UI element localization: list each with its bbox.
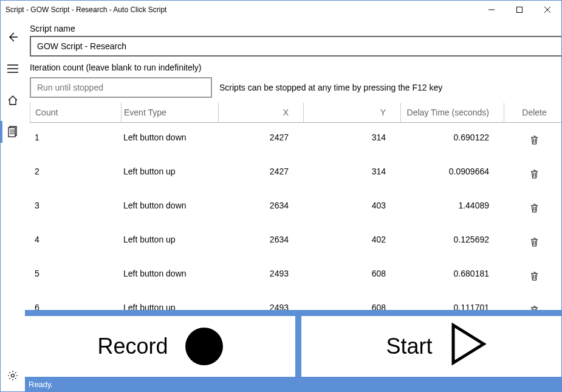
close-button[interactable]	[533, 1, 561, 19]
home-icon[interactable]	[1, 89, 25, 111]
status-bar: Ready.	[25, 377, 562, 391]
cell-y: 608	[303, 259, 400, 293]
cell-count: 2	[30, 157, 121, 191]
cell-y: 403	[303, 191, 400, 225]
cell-delay: 0.125692	[400, 225, 504, 259]
cell-delete	[504, 259, 562, 293]
sidebar	[1, 19, 25, 391]
col-event-type: Event Type	[121, 103, 218, 123]
play-icon	[450, 323, 487, 371]
delete-row-button[interactable]	[522, 132, 546, 147]
delete-row-button[interactable]	[522, 201, 546, 215]
cell-count: 4	[30, 225, 121, 259]
col-delay: Delay Time (seconds)	[400, 103, 504, 123]
stop-hint-text: Scripts can be stopped at any time by pr…	[219, 83, 442, 92]
iteration-count-input[interactable]	[30, 77, 212, 98]
window-title: Script - GOW Script - Research - Auto Cl…	[5, 5, 478, 14]
cell-x: 2634	[218, 225, 303, 259]
cell-x: 2634	[218, 191, 303, 225]
title-bar: Script - GOW Script - Research - Auto Cl…	[1, 1, 561, 19]
content-area: Script name Iteration count (leave blank…	[25, 19, 562, 391]
delete-row-button[interactable]	[522, 269, 546, 283]
cell-y: 314	[303, 157, 400, 191]
cell-count: 5	[30, 259, 121, 293]
cell-x: 2427	[218, 123, 303, 157]
cell-delay: 0.0909664	[400, 157, 504, 191]
cell-event-type: Left button down	[121, 259, 218, 293]
record-label: Record	[97, 334, 168, 359]
delete-row-button[interactable]	[522, 235, 546, 249]
start-button[interactable]: Start	[301, 316, 562, 377]
record-circle-icon	[185, 328, 223, 365]
col-y: Y	[303, 103, 400, 123]
cell-event-type: Left button down	[121, 191, 218, 225]
col-count: Count	[30, 103, 121, 123]
svg-point-12	[12, 374, 15, 377]
cell-x: 2493	[218, 259, 303, 293]
cell-delete	[504, 191, 562, 225]
start-label: Start	[386, 334, 432, 359]
hamburger-menu-icon[interactable]	[1, 58, 25, 80]
cell-delete	[504, 225, 562, 259]
action-bar: Record Start	[25, 310, 562, 377]
iteration-count-label: Iteration count (leave blank to run inde…	[30, 63, 562, 72]
script-name-input[interactable]	[30, 36, 562, 57]
cell-delete	[504, 293, 562, 310]
script-name-label: Script name	[30, 24, 562, 33]
col-delete: Delete	[504, 103, 562, 123]
script-icon[interactable]	[1, 121, 25, 143]
minimize-button[interactable]	[478, 1, 505, 19]
cell-y: 402	[303, 225, 400, 259]
cell-delete	[504, 157, 562, 191]
cell-event-type: Left button up	[121, 225, 218, 259]
cell-event-type: Left button down	[121, 123, 218, 157]
cell-count: 1	[30, 123, 121, 157]
cell-y: 608	[303, 293, 400, 310]
svg-marker-13	[453, 325, 484, 363]
cell-count: 3	[30, 191, 121, 225]
cell-x: 2493	[218, 293, 303, 310]
cell-delete	[504, 123, 562, 157]
cell-delay: 0.111701	[400, 293, 504, 310]
col-x: X	[218, 103, 303, 123]
cell-count: 6	[30, 293, 121, 310]
delete-row-button[interactable]	[522, 167, 546, 181]
events-table: Count Event Type X Y Delay Time (seconds…	[25, 100, 562, 310]
status-text: Ready.	[29, 380, 53, 389]
cell-y: 314	[303, 123, 400, 157]
maximize-button[interactable]	[505, 1, 533, 19]
cell-delay: 1.44089	[400, 191, 504, 225]
cell-delay: 0.680181	[400, 259, 504, 293]
record-button[interactable]: Record	[25, 316, 295, 377]
cell-x: 2427	[218, 157, 303, 191]
cell-event-type: Left button up	[121, 157, 218, 191]
back-button[interactable]	[1, 26, 25, 48]
cell-delay: 0.690122	[400, 123, 504, 157]
cell-event-type: Left button up	[121, 293, 218, 310]
settings-icon[interactable]	[1, 365, 25, 387]
delete-row-button[interactable]	[522, 303, 546, 310]
svg-rect-1	[517, 7, 523, 13]
